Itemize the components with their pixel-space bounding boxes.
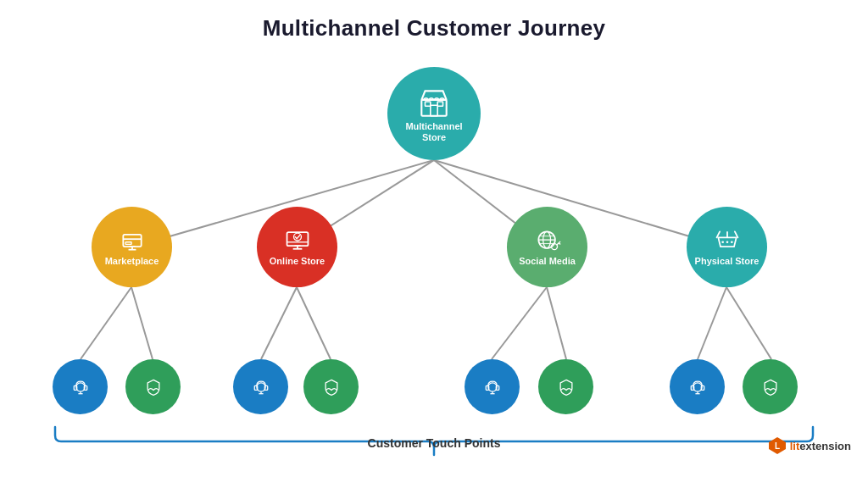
svg-rect-47 <box>254 385 257 390</box>
marketplace-node: Marketplace <box>92 207 172 287</box>
online-touchpoint-1 <box>233 359 288 414</box>
svg-rect-42 <box>74 385 76 390</box>
svg-line-11 <box>726 287 771 359</box>
shield-hand-icon-1 <box>143 377 164 397</box>
online-store-label: Online Store <box>266 256 328 267</box>
svg-rect-48 <box>264 385 267 390</box>
svg-point-39 <box>726 241 728 243</box>
svg-point-56 <box>693 382 701 391</box>
headset-icon-4 <box>687 377 708 397</box>
social-media-node: Social Media <box>507 207 587 287</box>
headset-icon-1 <box>70 377 91 397</box>
marketplace-touchpoint-1 <box>53 359 108 414</box>
svg-rect-14 <box>431 105 437 116</box>
svg-line-7 <box>297 287 331 359</box>
headset-icon-2 <box>251 377 271 397</box>
social-media-icon <box>534 227 561 254</box>
page-title: Multichannel Customer Journey <box>0 0 868 42</box>
svg-point-41 <box>75 382 84 391</box>
marketplace-touchpoint-2 <box>125 359 181 414</box>
svg-line-5 <box>131 287 153 359</box>
touchpoints-label: Customer Touch Points <box>0 436 868 450</box>
store-icon <box>416 84 452 119</box>
online-touchpoint-2 <box>303 359 359 414</box>
online-store-node: Online Store <box>257 207 337 287</box>
online-store-icon <box>284 227 311 254</box>
multichannel-store-label: Multichannel Store <box>402 121 465 143</box>
svg-rect-15 <box>426 102 431 106</box>
litextension-text: litextension <box>790 440 851 452</box>
svg-rect-57 <box>691 385 693 390</box>
social-touchpoint-2 <box>538 359 593 414</box>
svg-rect-58 <box>701 385 704 390</box>
physical-store-icon <box>714 227 741 254</box>
svg-line-8 <box>492 287 547 359</box>
svg-line-36 <box>559 243 560 245</box>
svg-line-10 <box>698 287 726 359</box>
marketplace-label: Marketplace <box>102 256 163 267</box>
svg-line-4 <box>81 287 131 359</box>
social-media-label: Social Media <box>515 256 579 267</box>
shield-hand-icon-4 <box>760 377 781 397</box>
svg-point-51 <box>487 382 496 391</box>
physical-touchpoint-2 <box>743 359 798 414</box>
svg-rect-43 <box>84 385 86 390</box>
svg-text:L: L <box>775 441 780 451</box>
svg-rect-19 <box>125 242 131 245</box>
svg-line-9 <box>547 287 566 359</box>
svg-rect-53 <box>496 385 498 390</box>
diagram: Multichannel Store Marketplace On <box>0 42 868 465</box>
litextension-logo: L litextension <box>768 436 851 455</box>
shield-hand-icon-2 <box>321 377 342 397</box>
svg-rect-23 <box>287 232 308 246</box>
svg-line-6 <box>261 287 297 359</box>
multichannel-store-node: Multichannel Store <box>387 67 481 160</box>
shield-hand-icon-3 <box>556 377 576 397</box>
litextension-icon: L <box>768 436 787 455</box>
svg-point-46 <box>256 382 264 391</box>
social-touchpoint-1 <box>465 359 520 414</box>
svg-rect-52 <box>486 385 488 390</box>
physical-store-label: Physical Store <box>692 256 763 267</box>
headset-icon-3 <box>482 377 503 397</box>
svg-rect-16 <box>437 102 442 106</box>
svg-point-40 <box>731 241 733 243</box>
marketplace-icon <box>119 227 146 254</box>
physical-touchpoint-1 <box>670 359 725 414</box>
svg-point-38 <box>721 241 724 243</box>
physical-store-node: Physical Store <box>687 207 767 287</box>
